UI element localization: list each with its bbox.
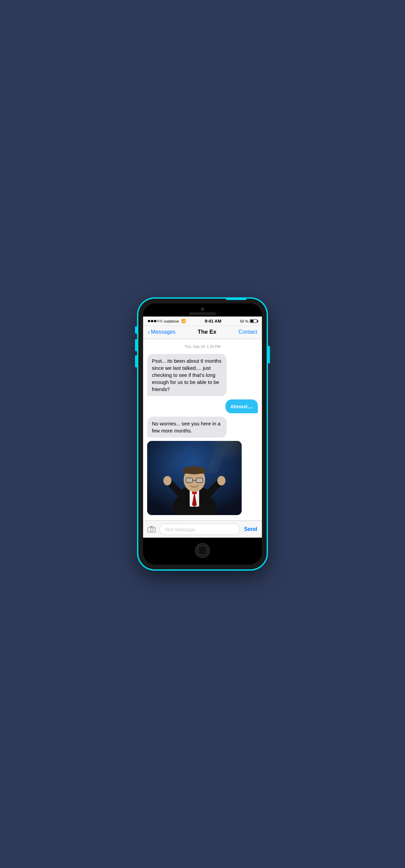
status-time: 9:41 AM (205, 319, 221, 324)
received-bubble-2: No worries... see you here in a few more… (147, 417, 227, 438)
svg-rect-9 (183, 470, 206, 474)
message-placeholder: Text Message (164, 527, 196, 532)
message-row-4 (147, 441, 258, 515)
svg-point-13 (163, 476, 171, 485)
battery-icon (250, 319, 257, 323)
send-button[interactable]: Send (243, 526, 259, 532)
svg-rect-10 (186, 478, 193, 483)
speaker-grill (189, 312, 216, 315)
svg-rect-17 (150, 526, 153, 528)
received-bubble-1: Psst... its been about 6 months since we… (147, 354, 227, 396)
signal-dot-2 (151, 320, 153, 322)
status-right: 50 % (240, 319, 257, 323)
sent-bubble-1: Almost.... (225, 399, 258, 413)
battery-percent: 50 % (240, 319, 248, 323)
signal-dot-1 (148, 320, 150, 322)
home-button-inner (198, 546, 207, 555)
front-camera (201, 307, 204, 311)
received-bubble-1-text: Psst... its been about 6 months since we… (152, 358, 221, 392)
volume-down-button[interactable] (135, 355, 137, 367)
silent-button[interactable] (135, 326, 137, 334)
svg-point-14 (217, 476, 225, 485)
status-bar: vodafone 📶 9:41 AM 50 % (143, 317, 262, 326)
contact-button[interactable]: Contact (239, 329, 257, 335)
volume-up-button[interactable] (135, 339, 137, 351)
message-row-1: Psst... its been about 6 months since we… (147, 354, 258, 396)
message-row-2: Almost.... (147, 399, 258, 413)
svg-point-18 (154, 528, 154, 529)
power-button[interactable] (268, 346, 270, 363)
back-label: Messages (151, 329, 176, 335)
phone-frame: vodafone 📶 9:41 AM 50 % (138, 299, 267, 569)
input-bar: Text Message Send (143, 520, 262, 538)
back-button[interactable]: ‹ Messages (148, 329, 176, 335)
signal-strength (148, 320, 162, 322)
message-timestamp: Thu, Sep 19, 1:26 PM (147, 345, 258, 349)
svg-point-16 (150, 528, 153, 531)
chevron-left-icon: ‹ (148, 329, 150, 335)
signal-dot-5 (160, 320, 162, 322)
phone-bottom (143, 538, 262, 565)
svg-rect-11 (196, 478, 203, 483)
signal-dot-4 (157, 320, 159, 322)
messages-area: Thu, Sep 19, 1:26 PM Psst... its been ab… (143, 339, 262, 520)
message-row-3: No worries... see you here in a few more… (147, 417, 258, 438)
wifi-icon: 📶 (181, 319, 186, 323)
colbert-svg (147, 441, 242, 515)
camera-button[interactable] (146, 524, 157, 534)
battery-body (250, 319, 257, 323)
message-input[interactable]: Text Message (159, 523, 240, 535)
screen-content: vodafone 📶 9:41 AM 50 % (143, 317, 262, 538)
battery-fill (250, 320, 253, 322)
status-left: vodafone 📶 (148, 319, 186, 323)
image-bubble[interactable] (147, 441, 242, 515)
conversation-title: The Ex (198, 329, 217, 335)
nav-bar: ‹ Messages The Ex Contact (143, 326, 262, 339)
signal-dot-3 (154, 320, 156, 322)
home-button[interactable] (195, 543, 210, 558)
phone-top (143, 303, 262, 317)
phone-screen: vodafone 📶 9:41 AM 50 % (143, 303, 262, 565)
carrier-label: vodafone (164, 319, 179, 323)
camera-icon (147, 526, 156, 533)
sent-bubble-1-text: Almost.... (230, 403, 253, 409)
received-bubble-2-text: No worries... see you here in a few more… (152, 421, 220, 433)
